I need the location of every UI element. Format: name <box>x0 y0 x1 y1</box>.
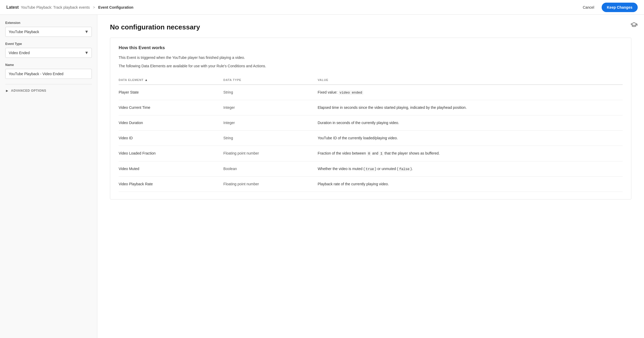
cell-data-element: Player State <box>119 85 223 100</box>
col-header-data-element: DATA ELEMENT ▲ <box>119 75 223 85</box>
data-element-sort[interactable]: DATA ELEMENT ▲ <box>119 78 148 82</box>
main-layout: Extension YouTube Playback ▼ Event Type … <box>0 15 644 338</box>
cell-value: Playback rate of the currently playing v… <box>318 177 623 192</box>
keep-changes-button[interactable]: Keep Changes <box>602 3 638 12</box>
event-type-select[interactable]: Video Ended <box>5 48 92 58</box>
sort-icon: ▲ <box>145 78 148 82</box>
cancel-button[interactable]: Cancel <box>578 3 598 12</box>
cell-data-element: Video Current Time <box>119 100 223 115</box>
how-title: How this Event works <box>119 45 623 50</box>
extension-label: Extension <box>5 21 92 25</box>
cell-data-type: Boolean <box>223 161 318 177</box>
cell-value: Fraction of the video between 0 and 1 th… <box>318 146 623 161</box>
cell-data-type: Floating point number <box>223 177 318 192</box>
cell-data-type: Integer <box>223 100 318 115</box>
current-page-label: Event Configuration <box>98 5 133 9</box>
advanced-chevron-icon: ► <box>5 89 9 93</box>
sidebar: Extension YouTube Playback ▼ Event Type … <box>0 15 97 338</box>
description-1: This Event is triggered when the YouTube… <box>119 55 623 60</box>
latest-label: Latest <box>6 5 19 10</box>
info-box: How this Event works This Event is trigg… <box>110 38 631 199</box>
col-header-data-type: DATA TYPE <box>223 75 318 85</box>
main-content: No configuration necessary How this Even… <box>97 15 644 338</box>
cell-data-element: Video Muted <box>119 161 223 177</box>
extension-select-wrapper: YouTube Playback ▼ <box>5 27 92 37</box>
app-header: Latest YouTube Playback: Track playback … <box>0 0 644 15</box>
table-row: Player StateStringFixed value: video end… <box>119 85 623 100</box>
col-header-value: VALUE <box>318 75 623 85</box>
breadcrumb-link[interactable]: YouTube Playback: Track playback events <box>21 5 90 9</box>
event-type-select-wrapper: Video Ended ▼ <box>5 48 92 58</box>
table-row: Video Playback RateFloating point number… <box>119 177 623 192</box>
description-2: The following Data Elements are availabl… <box>119 63 623 69</box>
cell-value: Whether the video is muted (true) or unm… <box>318 161 623 177</box>
data-elements-table: DATA ELEMENT ▲ DATA TYPE VALUE Player St… <box>119 75 623 192</box>
table-row: Video Loaded FractionFloating point numb… <box>119 146 623 161</box>
code-false: false <box>398 167 411 171</box>
advanced-options-label: ADVANCED OPTIONS <box>11 89 46 93</box>
cell-data-element: Video ID <box>119 131 223 146</box>
cell-data-element: Video Duration <box>119 115 223 131</box>
graduation-icon <box>630 21 638 30</box>
breadcrumb-area: Latest YouTube Playback: Track playback … <box>6 5 133 10</box>
event-type-label: Event Type <box>5 42 92 46</box>
page-title: No configuration necessary <box>110 23 631 31</box>
cell-data-type: Integer <box>223 115 318 131</box>
cell-data-type: String <box>223 131 318 146</box>
header-actions: Cancel Keep Changes <box>578 3 638 12</box>
cell-value: Duration in seconds of the currently pla… <box>318 115 623 131</box>
name-label: Name <box>5 63 92 67</box>
table-row: Video Current TimeIntegerElapsed time in… <box>119 100 623 115</box>
table-row: Video DurationIntegerDuration in seconds… <box>119 115 623 131</box>
code-value: video ended <box>339 90 363 95</box>
cell-data-element: Video Playback Rate <box>119 177 223 192</box>
advanced-options-toggle[interactable]: ► ADVANCED OPTIONS <box>5 84 92 97</box>
name-input[interactable] <box>5 69 92 79</box>
cell-value: Elapsed time in seconds since the video … <box>318 100 623 115</box>
cell-data-type: String <box>223 85 318 100</box>
cell-value: YouTube ID of the currently loaded/playi… <box>318 131 623 146</box>
table-row: Video IDStringYouTube ID of the currentl… <box>119 131 623 146</box>
code-value-1: 0 <box>367 151 371 156</box>
code-true: true <box>365 167 375 171</box>
code-value-2: 1 <box>379 151 384 156</box>
cell-value: Fixed value: video ended <box>318 85 623 100</box>
breadcrumb-separator: > <box>93 5 95 9</box>
table-row: Video MutedBooleanWhether the video is m… <box>119 161 623 177</box>
extension-select[interactable]: YouTube Playback <box>5 27 92 37</box>
cell-data-type: Floating point number <box>223 146 318 161</box>
cell-data-element: Video Loaded Fraction <box>119 146 223 161</box>
